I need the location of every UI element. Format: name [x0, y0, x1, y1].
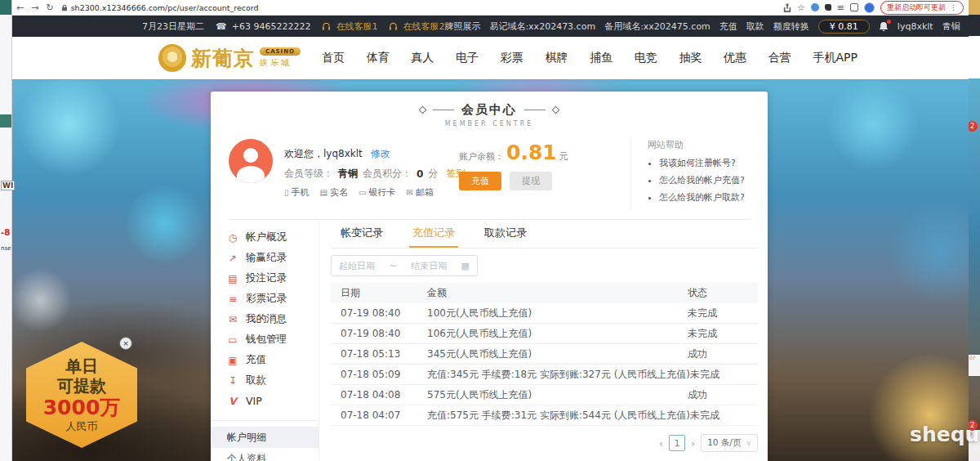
prev-page-button[interactable]: ‹ [659, 437, 663, 450]
nav-item-esports[interactable]: 电竞 [635, 51, 657, 65]
verify-realname[interactable]: ▤实名 [320, 186, 348, 199]
sidebar-item-lottery-records[interactable]: ≡彩票记录 [211, 289, 318, 309]
promo-line1: 单日 [65, 356, 98, 376]
help-item[interactable]: 我该如何注册帐号? [659, 157, 750, 169]
deposit-card-icon: ▣ [227, 355, 238, 366]
left-sliver-teal-block [0, 0, 11, 15]
sidebar-subitem-personal-profile[interactable]: 个人资料 [211, 448, 318, 461]
balance-unit: 元 [559, 150, 568, 163]
member-info-row: 欢迎您，lyq8xklt 修改 会员等级：青铜 会员积分：0分 签到 ▯手机 ▤… [229, 137, 750, 220]
verify-phone[interactable]: ▯手机 [284, 186, 310, 199]
records-tabs: 帐变记录 充值记录 取款记录 [331, 220, 758, 248]
bookmark-star-icon[interactable]: ☆ [797, 3, 805, 12]
member-card-body: ◷帐户概况 ↗输赢纪录 ▤投注记录 ≡彩票记录 ✉我的消息 ▭钱包管理 ▣充值 … [211, 220, 768, 461]
table-row[interactable]: 07-18 05:09充值:345元 手续费:18元 实际到账:327元 (人民… [331, 365, 758, 385]
sidebar-subitem-account-detail[interactable]: 帐户明细 [211, 427, 318, 448]
list-icon: ≡ [227, 293, 238, 305]
cell-date: 07-18 05:09 [341, 369, 427, 380]
nav-item-live[interactable]: 真人 [411, 51, 434, 65]
sidebar-item-label: 钱包管理 [246, 333, 287, 347]
id-card-icon: ▤ [320, 188, 327, 197]
date-separator: ~ [389, 261, 396, 271]
bell-icon[interactable] [879, 21, 889, 32]
nav-item-sports[interactable]: 体育 [367, 51, 390, 65]
license-link[interactable]: 牌照展示 [444, 20, 480, 33]
sidebar-item-messages[interactable]: ✉我的消息 [211, 309, 318, 329]
nav-item-affiliate[interactable]: 合营 [768, 51, 791, 65]
topbar-withdraw-link[interactable]: 取款 [746, 20, 764, 33]
nav-item-fishing[interactable]: 捕鱼 [590, 51, 612, 65]
page-size-select[interactable]: 10 条/页 ∨ [701, 434, 758, 452]
help-item[interactable]: 怎么给我的帐户取款? [659, 191, 750, 204]
forward-button[interactable]: → [31, 3, 38, 12]
right-page-sliver: 07 g 2 2 [969, 0, 980, 461]
nav-item-promotions[interactable]: 优惠 [724, 51, 746, 65]
next-page-button[interactable]: › [691, 437, 695, 450]
pagination: ‹ 1 › 10 条/页 ∨ [331, 434, 758, 452]
online-cs1-link[interactable]: 在线客服1 [322, 20, 377, 33]
table-row[interactable]: 07-18 04:07充值:575元 手续费:31元 实际到账:544元 (人民… [331, 405, 758, 426]
share-icon[interactable] [783, 3, 791, 12]
nav-item-draw[interactable]: 抽奖 [679, 51, 702, 65]
date-range-picker[interactable]: 起始日期 ~ 结束日期 ▦ [331, 255, 478, 276]
tab-withdraw-records[interactable]: 取款记录 [481, 220, 530, 248]
nav-item-home[interactable]: 首页 [322, 51, 345, 65]
address-bar[interactable]: sh2300.x12346666.com/pc/user/account_rec… [61, 3, 259, 12]
sidebar-item-wallet[interactable]: ▭钱包管理 [211, 329, 318, 350]
reload-button[interactable]: ↻ [46, 3, 53, 12]
browser-profile-avatar[interactable] [864, 2, 875, 13]
balance-pill[interactable]: ¥ 0.81 [818, 20, 870, 34]
quota-transfer-link[interactable]: 额度转换 [773, 20, 809, 33]
table-row[interactable]: 07-19 08:40106元(人民币线上充值)未完成 [331, 324, 758, 344]
nav-item-lottery[interactable]: 彩票 [501, 51, 523, 65]
brand-badge: CASINO [260, 47, 301, 56]
table-row[interactable]: 07-19 08:40100元(人民币线上充值)未完成 [331, 303, 758, 324]
page-title: 会员中心 [461, 102, 517, 118]
user-level-text: 青铜 [942, 20, 960, 33]
avatar [229, 139, 273, 183]
balance-amount: 0.81 [506, 142, 557, 163]
sidebar-item-deposit[interactable]: ▣充值 [211, 350, 318, 370]
verify-email[interactable]: ✉邮箱 [406, 186, 433, 199]
cell-date: 07-19 08:40 [341, 328, 427, 339]
online-cs2-link[interactable]: 在线客服2 [389, 20, 444, 33]
sidebar-item-vip[interactable]: VVIP [211, 391, 318, 411]
mail-icon: ✉ [406, 188, 412, 197]
promo-close-button[interactable]: × [119, 337, 132, 350]
nav-item-mobile-app[interactable]: 手机APP [813, 51, 857, 65]
sidebar-item-bet-records[interactable]: ▤投注记录 [211, 268, 318, 289]
update-browser-label: 重新启动即可更新 [887, 2, 946, 13]
cell-status: 未完成 [688, 307, 748, 320]
deposit-button[interactable]: 充值 [459, 172, 501, 190]
tab-account-changes[interactable]: 帐变记录 [337, 220, 386, 248]
right-text-fragment: 07 [969, 355, 980, 376]
sidebar-item-account-overview[interactable]: ◷帐户概况 [211, 227, 318, 248]
nav-item-chess[interactable]: 棋牌 [545, 51, 568, 65]
points-unit: 分 [428, 167, 438, 181]
cell-status: 未完成 [688, 327, 748, 341]
update-browser-button[interactable]: 重新启动即可更新 ⋮ [880, 1, 964, 15]
tab-list-icon[interactable]: ≡ [837, 3, 844, 12]
help-item[interactable]: 怎么给我的帐户充值? [659, 174, 750, 186]
back-button[interactable]: ← [16, 3, 24, 12]
table-header: 日期 金额 状态 [331, 283, 758, 303]
page-size-value: 10 条/页 [707, 437, 741, 449]
promo-hexagon[interactable]: 单日 可提款 3000万 人民币 [26, 342, 137, 448]
page-1-button[interactable]: 1 [669, 435, 685, 451]
verify-bankcard[interactable]: ▭银行卡 [359, 186, 395, 199]
col-amount: 金额 [427, 286, 688, 300]
nav-item-slots[interactable]: 电子 [456, 51, 479, 65]
tab-switcher-icon[interactable] [850, 3, 858, 11]
topbar-deposit-link[interactable]: 充值 [719, 20, 737, 33]
table-row[interactable]: 07-18 05:13345元(人民币线上充值)成功 [331, 344, 758, 365]
tab-deposit-records[interactable]: 充值记录 [409, 220, 458, 248]
extension-icon[interactable] [811, 3, 819, 11]
withdraw-button[interactable]: 提现 [510, 172, 552, 190]
sidebar-item-winloss-records[interactable]: ↗输赢纪录 [211, 248, 318, 268]
site-logo[interactable]: 新葡京 CASINO 娱乐城 [158, 44, 301, 72]
help-block: 网站帮助 我该如何注册帐号? 怎么给我的帐户充值? 怎么给我的帐户取款? [630, 137, 750, 208]
table-row[interactable]: 07-18 04:08575元(人民币线上充值)成功 [331, 385, 758, 405]
modify-link[interactable]: 修改 [371, 147, 390, 161]
sidebar-item-withdraw[interactable]: ↧取款 [211, 370, 318, 391]
pin-icon[interactable] [825, 4, 831, 11]
